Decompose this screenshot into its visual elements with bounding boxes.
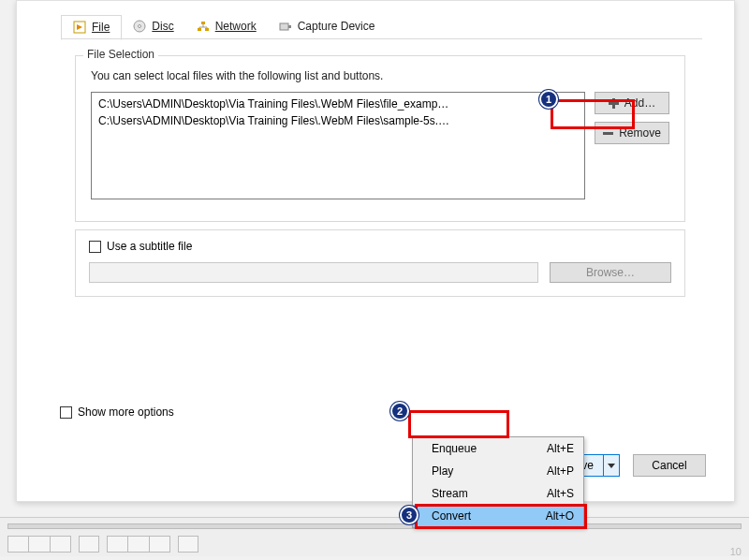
subtitle-path-input [89,262,538,283]
tab-underline [61,38,702,39]
menu-item-label: Play [432,464,547,478]
menu-item-label: Convert [432,509,546,523]
annotation-badge-1: 1 [539,90,558,109]
dialog-body: File Disc Network Capture Device [28,1,723,443]
convert-save-dropdown[interactable] [603,455,619,476]
file-icon [73,21,86,34]
show-more-checkbox[interactable]: Show more options [60,405,174,419]
file-list-item[interactable]: C:\Users\ADMIN\Desktop\Via Training File… [95,96,580,112]
tab-network[interactable]: Network [185,14,268,39]
svg-rect-7 [280,23,288,30]
page-number: 10 [730,546,742,557]
playback-button-group[interactable] [7,536,71,553]
tab-capture-label: Capture Device [298,20,375,33]
tab-file[interactable]: File [61,15,122,40]
annotation-badge-3: 3 [400,506,419,524]
browse-button: Browse… [550,262,671,283]
menu-item-accel: Alt+S [547,487,574,500]
menu-item-accel: Alt+O [546,509,574,523]
svg-rect-4 [198,28,201,31]
player-button-group[interactable] [107,536,170,553]
show-more-label: Show more options [78,405,174,419]
menu-item-convert[interactable]: Convert Alt+O [413,505,583,527]
svg-rect-5 [205,28,209,31]
annotation-badge-2: 2 [390,402,409,420]
file-list-item[interactable]: C:\Users\ADMIN\Desktop\Via Training File… [95,112,580,129]
plus-icon [609,98,619,109]
player-controls [7,536,198,553]
tab-strip: File Disc Network Capture Device [61,14,386,39]
browse-button-label: Browse… [586,266,635,279]
subtitle-group: Use a subtitle file Browse… [75,229,685,297]
svg-rect-6 [201,22,205,24]
disc-icon [133,20,146,33]
tab-capture[interactable]: Capture Device [268,14,387,39]
menu-item-accel: Alt+E [547,442,574,455]
cancel-button[interactable]: Cancel [633,454,706,477]
network-icon [197,20,210,33]
open-media-dialog: File Disc Network Capture Device [16,0,735,502]
menu-item-play[interactable]: Play Alt+P [413,460,583,482]
file-selection-help: You can select local files with the foll… [91,69,669,82]
menu-item-enqueue[interactable]: Enqueue Alt+E [413,437,583,460]
remove-button-label: Remove [619,126,661,140]
convert-save-menu: Enqueue Alt+E Play Alt+P Stream Alt+S Co… [412,436,584,528]
seek-bar[interactable] [7,523,742,529]
chevron-down-icon [608,464,615,468]
tab-disc[interactable]: Disc [122,14,184,39]
player-button[interactable] [79,536,99,553]
menu-item-accel: Alt+P [547,464,574,478]
menu-item-label: Stream [432,487,547,500]
tab-disc-label: Disc [152,20,173,33]
use-subtitle-checkbox[interactable]: Use a subtitle file [89,240,671,253]
minus-icon [603,128,613,139]
tab-network-label: Network [215,20,257,33]
cancel-button-label: Cancel [652,459,686,472]
player-toolbar [0,517,749,556]
menu-item-stream[interactable]: Stream Alt+S [413,482,583,505]
svg-rect-8 [288,25,291,28]
file-selection-group: File Selection You can select local file… [75,55,685,222]
use-subtitle-label: Use a subtitle file [107,240,192,253]
add-button-label: Add… [624,96,655,110]
tab-file-label: File [92,21,110,34]
player-button[interactable] [178,536,198,553]
checkbox-icon [89,241,101,253]
add-button[interactable]: Add… [595,92,669,114]
file-selection-legend: File Selection [83,48,158,61]
remove-button[interactable]: Remove [595,122,669,144]
file-list[interactable]: C:\Users\ADMIN\Desktop\Via Training File… [91,92,585,199]
menu-item-label: Enqueue [432,442,547,455]
svg-point-3 [139,25,141,28]
capture-icon [279,20,292,33]
checkbox-icon [60,406,72,419]
